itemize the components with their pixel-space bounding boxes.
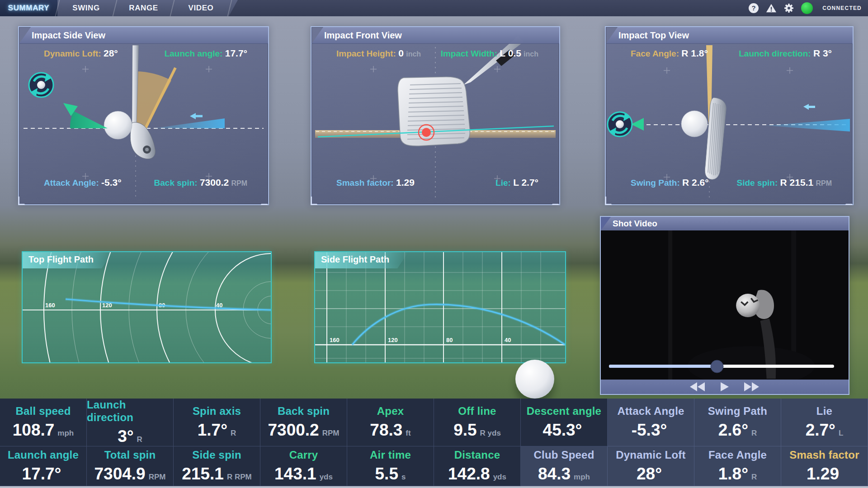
metric-swing-path: Swing Path 2.6°R [694, 399, 781, 446]
side-spin-readout: Side spin: R 215.1 RPM [737, 177, 832, 188]
side-spin-icon [608, 112, 632, 136]
top-flight-path-title: Top Flight Path [23, 252, 113, 268]
smash-factor-readout: Smash factor: 1.29 [336, 177, 415, 188]
impact-side-view-title: Impact Side View [32, 30, 105, 41]
impact-front-top-metrics: Impact Height: 0 inch Impact Width: L 0.… [311, 48, 559, 59]
metric-ball-speed: Ball speed 108.7mph [0, 399, 87, 446]
metric-lie: Lie 2.7°L [781, 399, 868, 446]
swing-path-wedge [765, 104, 850, 131]
video-controls-bar [601, 380, 849, 394]
shot-video-panel: Shot Video [600, 216, 849, 395]
side-flight-path-chart: 160 120 80 40 [315, 252, 565, 362]
video-scrubber[interactable] [609, 365, 834, 368]
metric-off-line: Off line 9.5R yds [434, 399, 521, 446]
video-frame[interactable] [601, 230, 849, 380]
impact-top-view-title: Impact Top View [618, 30, 689, 41]
launch-angle-readout: Launch angle: 17.7° [165, 48, 247, 59]
svg-text:160: 160 [45, 302, 55, 309]
metric-attack-angle: Attack Angle -5.3° [608, 399, 694, 446]
metric-descent-angle: Descent angle 45.3° [521, 399, 608, 446]
metric-side-spin: Side spin 215.1R RPM [174, 446, 260, 486]
svg-text:80: 80 [446, 337, 453, 343]
back-spin-readout: Back spin: 7300.2 RPM [154, 177, 247, 188]
metric-apex: Apex 78.3ft [347, 399, 434, 446]
video-scrubber-thumb[interactable] [711, 360, 724, 373]
metric-smash-factor: Smash factor 1.29 [781, 446, 868, 486]
metric-distance: Distance 142.8yds [434, 446, 521, 486]
rewind-button[interactable] [690, 382, 705, 391]
lie-readout: Lie: L 2.7° [495, 177, 538, 188]
impact-top-view-panel: Impact Top View Face Angle: R 1.8° Launc… [605, 26, 854, 205]
connection-status-dot [801, 2, 813, 14]
video-scrubber-progress [609, 365, 717, 368]
nav-tabs: SUMMARY SWING RANGE VIDEO [0, 0, 230, 16]
impact-width-readout: Impact Width: L 0.5 inch [441, 48, 538, 59]
impact-height-readout: Impact Height: 0 inch [336, 48, 421, 59]
launch-angle-wedge [63, 103, 108, 128]
impact-front-bottom-metrics: Smash factor: 1.29 Lie: L 2.7° [311, 177, 559, 188]
metric-dynamic-loft: Dynamic Loft 28° [608, 446, 694, 486]
svg-text:120: 120 [388, 337, 398, 343]
impact-front-view-header: Impact Front View [311, 27, 559, 44]
side-flight-path-panel: 160 120 80 40 Side Flight Path [314, 251, 566, 363]
help-icon[interactable]: ? [748, 3, 759, 14]
impact-side-view-panel: Impact Side View Dynamic Loft: 28° Launc… [18, 26, 269, 205]
bottom-edge-strip [0, 486, 868, 488]
impact-side-top-metrics: Dynamic Loft: 28° Launch angle: 17.7° [19, 48, 268, 59]
svg-text:160: 160 [330, 337, 340, 343]
attack-angle-wedge [153, 113, 225, 128]
settings-gear-icon[interactable] [783, 3, 794, 14]
trajectory-line [352, 305, 565, 345]
tab-range[interactable]: RANGE [115, 0, 172, 16]
metric-face-angle: Face Angle 1.8°R [694, 446, 781, 486]
video-still [601, 230, 849, 380]
metric-launch-direction: Launch direction 3°R [87, 399, 174, 446]
shot-video-header: Shot Video [601, 217, 849, 230]
impact-top-top-metrics: Face Angle: R 1.8° Launch direction: R 3… [606, 48, 853, 59]
dynamic-loft-readout: Dynamic Loft: 28° [44, 48, 118, 59]
impact-side-bottom-metrics: Attack Angle: -5.3° Back spin: 7300.2 RP… [19, 177, 268, 188]
tab-swing[interactable]: SWING [57, 0, 115, 16]
metric-carry: Carry 143.1yds [260, 446, 347, 486]
tab-summary[interactable]: SUMMARY [0, 0, 57, 16]
shot-metrics-grid: Ball speed 108.7mph Launch direction 3°R… [0, 399, 868, 486]
golf-ball-icon [681, 111, 708, 137]
attack-angle-readout: Attack Angle: -5.3° [44, 177, 122, 188]
video-golf-ball [736, 294, 760, 317]
fast-forward-button[interactable] [744, 382, 760, 391]
connection-status-label: CONNECTED [822, 5, 862, 11]
metric-launch-angle: Launch angle 17.7° [0, 446, 87, 486]
impact-top-bottom-metrics: Swing Path: R 2.6° Side spin: R 215.1 RP… [606, 177, 853, 188]
tab-video[interactable]: VIDEO [172, 0, 230, 16]
back-spin-icon [29, 73, 53, 97]
metric-air-time: Air time 5.5s [347, 446, 434, 486]
impact-top-view-header: Impact Top View [606, 27, 853, 44]
impact-side-view-header: Impact Side View [19, 27, 268, 44]
golf-ball-icon [104, 111, 132, 139]
top-flight-path-chart: 160 120 80 40 [23, 252, 271, 362]
swing-path-readout: Swing Path: R 2.6° [631, 177, 709, 188]
top-flight-path-panel: 160 120 80 40 Top Flight Path [22, 251, 272, 363]
warning-icon[interactable] [766, 3, 777, 14]
launch-direction-arrow [631, 118, 683, 131]
metric-total-spin: Total spin 7304.9RPM [87, 446, 174, 486]
face-angle-readout: Face Angle: R 1.8° [631, 48, 708, 59]
impact-front-view-title: Impact Front View [324, 30, 402, 41]
side-flight-path-title: Side Flight Path [315, 252, 408, 268]
shot-video-title: Shot Video [613, 219, 657, 229]
golf-ball-photo [515, 360, 554, 399]
metric-back-spin: Back spin 7300.2RPM [260, 399, 347, 446]
impact-front-view-panel: Impact Front View Impact Height: 0 inch … [311, 26, 560, 205]
metric-club-speed: Club Speed 84.3mph [521, 446, 608, 486]
play-button[interactable] [721, 382, 729, 391]
top-nav-bar: SUMMARY SWING RANGE VIDEO [0, 0, 868, 16]
launch-direction-readout: Launch direction: R 3° [739, 48, 832, 59]
svg-text:40: 40 [505, 337, 511, 343]
svg-text:?: ? [752, 4, 756, 12]
metric-spin-axis: Spin axis 1.7°R [174, 399, 260, 446]
